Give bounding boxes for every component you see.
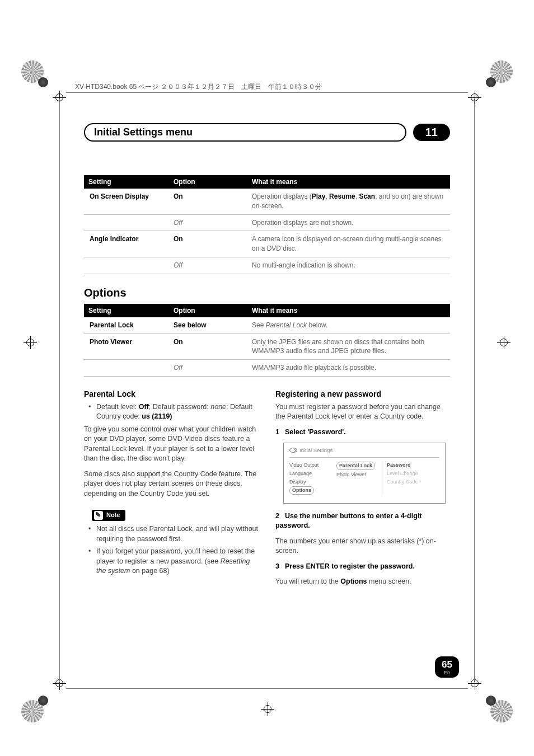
divider (289, 457, 439, 458)
osd-menu-item-selected: Options (289, 486, 332, 495)
osd-left-menu: Video Output Language Display Options (289, 461, 332, 495)
setting-name: On Screen Display (84, 189, 168, 214)
osd-menu-item: Photo Viewer (336, 471, 378, 479)
subsection-heading-parental-lock: Parental Lock (84, 389, 259, 400)
option-meaning: A camera icon is displayed on-screen dur… (246, 231, 450, 257)
page-number: 65 (442, 660, 452, 669)
page-title: Initial Settings menu (84, 123, 406, 142)
table-header: Option (168, 175, 246, 189)
osd-title: Initial Settings (289, 447, 439, 454)
table-row: Off No multi-angle indication is shown. (84, 257, 450, 274)
option-value: Off (168, 257, 246, 274)
corner-decoration-br (484, 693, 513, 722)
option-value: See below (168, 317, 246, 334)
setting-name (84, 257, 168, 274)
setting-name: Angle Indicator (84, 231, 168, 257)
table-row: Parental Lock See below See Parental Loc… (84, 317, 450, 334)
table-row: Angle Indicator On A camera icon is disp… (84, 231, 450, 257)
crop-line (474, 98, 475, 682)
crosshair-icon (261, 702, 274, 716)
table-row: Off Operation displays are not shown. (84, 214, 450, 231)
osd-menu-item-selected: Parental Lock (336, 461, 378, 471)
source-file-header: XV-HTD340.book 65 ページ ２００３年１２月２７日 土曜日 午前… (75, 82, 322, 92)
settings-table-display: Setting Option What it means On Screen D… (84, 175, 450, 274)
option-meaning: See Parental Lock below. (246, 317, 450, 334)
defaults-list: Default level: Off; Default password: no… (84, 402, 259, 422)
page-content: Initial Settings menu 11 Setting Option … (84, 120, 450, 593)
page-language: En (442, 670, 452, 675)
crop-line (66, 688, 468, 689)
list-item: Default level: Off; Default password: no… (91, 402, 259, 422)
table-header: Setting (84, 304, 168, 317)
crop-line (59, 98, 60, 682)
body-text: The numbers you enter show up as asteris… (275, 537, 450, 556)
option-value: Off (168, 214, 246, 231)
osd-right-menu: Password Level Change Country Code (387, 461, 439, 495)
corner-decoration-bl (21, 693, 50, 722)
option-meaning: WMA/MP3 audio file playback is possible. (246, 360, 450, 377)
crop-line (66, 92, 468, 93)
chapter-number-badge: 11 (413, 124, 450, 141)
section-heading-options: Options (84, 287, 450, 299)
setting-name (84, 360, 168, 377)
setting-name (84, 214, 168, 231)
osd-menu-item: Display (289, 478, 332, 486)
corner-decoration-tl (21, 60, 50, 90)
table-body: On Screen Display On Operation displays … (84, 189, 450, 274)
list-item: If you forget your password, you'll need… (91, 547, 259, 576)
list-item: Not all discs use Parental Lock, and wil… (91, 524, 259, 544)
body-text: You must register a password before you … (275, 402, 450, 422)
chapter-title-bar: Initial Settings menu 11 (84, 123, 450, 142)
option-meaning: Only the JPEG files are shown on discs t… (246, 334, 450, 360)
osd-screenshot: Initial Settings Video Output Language D… (283, 443, 446, 504)
body-text: To give you some control over what your … (84, 425, 259, 464)
disc-icon (289, 448, 297, 453)
crosshair-icon (24, 336, 37, 349)
option-value: Off (168, 360, 246, 377)
body-text: You will return to the Options menu scre… (275, 577, 450, 587)
osd-menu-item-dim: Level Change (387, 469, 439, 478)
note-badge: Note (92, 510, 125, 521)
table-header: Option (168, 304, 246, 317)
setting-name: Parental Lock (84, 317, 168, 334)
crosshair-icon (468, 677, 481, 690)
option-meaning: No multi-angle indication is shown. (246, 257, 450, 274)
page-number-badge: 65 En (435, 656, 459, 678)
osd-mid-menu: Parental Lock Photo Viewer (336, 461, 382, 495)
osd-menu-item-active: Password (387, 461, 439, 469)
crosshair-icon (497, 336, 510, 349)
left-column: Parental Lock Default level: Off; Defaul… (84, 389, 259, 593)
step-heading: 1Select 'Password'. (275, 428, 450, 438)
right-column: Registering a new password You must regi… (275, 389, 450, 593)
settings-table-options: Setting Option What it means Parental Lo… (84, 304, 450, 377)
crosshair-icon (468, 91, 481, 104)
osd-menu-item: Video Output (289, 461, 332, 469)
osd-grid: Video Output Language Display Options Pa… (289, 461, 439, 495)
table-row: Off WMA/MP3 audio file playback is possi… (84, 360, 450, 377)
corner-decoration-tr (484, 60, 513, 90)
table-row: On Screen Display On Operation displays … (84, 189, 450, 214)
pencil-icon (94, 511, 103, 520)
osd-menu-item: Language (289, 469, 332, 478)
table-header: What it means (246, 175, 450, 189)
table-row: Photo Viewer On Only the JPEG files are … (84, 334, 450, 360)
option-meaning: Operation displays (Play, Resume, Scan, … (246, 189, 450, 214)
option-value: On (168, 189, 246, 214)
option-value: On (168, 231, 246, 257)
subsection-heading-registering: Registering a new password (275, 389, 450, 400)
body-text: Some discs also support the Country Code… (84, 469, 259, 499)
step-heading: 2Use the number buttons to enter a 4-dig… (275, 511, 450, 531)
table-header: Setting (84, 175, 168, 189)
two-column-layout: Parental Lock Default level: Off; Defaul… (84, 389, 450, 593)
note-label: Note (106, 511, 120, 519)
step-heading: 3Press ENTER to register the password. (275, 562, 450, 572)
note-list: Not all discs use Parental Lock, and wil… (84, 524, 259, 576)
osd-menu-item-dim: Country Code (387, 478, 439, 486)
table-header: What it means (246, 304, 450, 317)
option-value: On (168, 334, 246, 360)
option-meaning: Operation displays are not shown. (246, 214, 450, 231)
setting-name: Photo Viewer (84, 334, 168, 360)
table-body: Parental Lock See below See Parental Loc… (84, 317, 450, 377)
